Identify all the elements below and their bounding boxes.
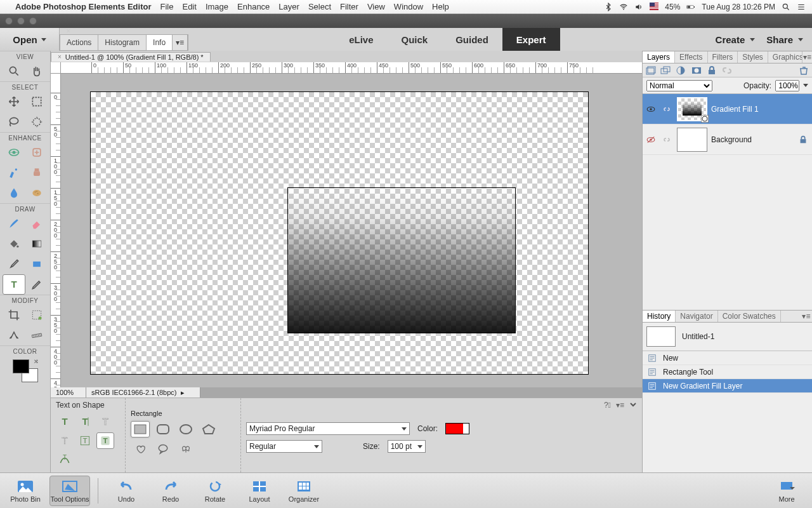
font-size-select[interactable]: 100 pt (388, 440, 426, 453)
visibility-toggle[interactable] (645, 105, 659, 114)
document-tab[interactable]: × Untitled-1 @ 100% (Gradient Fill 1, RG… (51, 52, 211, 62)
chevron-down-icon[interactable] (803, 84, 808, 87)
shape-ellipse[interactable] (176, 421, 195, 438)
panel-menu-icon[interactable]: ▾≡ (616, 401, 624, 410)
horizontal-type-tool[interactable]: T (56, 413, 74, 430)
layer-row[interactable]: Background (643, 124, 812, 155)
shape-tool[interactable] (25, 254, 48, 274)
close-icon[interactable]: ✕ (66, 28, 71, 34)
menu-image[interactable]: Image (206, 2, 228, 11)
tab-info[interactable]: Info (147, 35, 173, 50)
paint-bucket-tool[interactable] (3, 234, 25, 254)
help-icon[interactable]: ?⃝ (604, 401, 611, 410)
close-icon[interactable]: × (58, 53, 62, 60)
spotlight-icon[interactable] (782, 3, 790, 11)
lasso-tool[interactable] (3, 112, 25, 132)
ruler-vertical[interactable]: 050100150200250300350400450 (51, 74, 61, 387)
tab-history[interactable]: History (643, 311, 676, 322)
tab-layers[interactable]: Layers (643, 51, 675, 63)
battery-icon[interactable] (686, 3, 695, 11)
straighten-tool[interactable] (25, 325, 48, 345)
tool-options-button[interactable]: Tool Options (49, 476, 90, 506)
ruler-origin[interactable] (51, 62, 61, 74)
layout-button[interactable]: Layout (239, 476, 280, 506)
zoom-tool[interactable] (3, 61, 25, 81)
pencil-tool[interactable] (25, 274, 48, 295)
history-item[interactable]: New Gradient Fill Layer (643, 379, 812, 393)
volume-icon[interactable] (634, 3, 643, 11)
traffic-min[interactable] (17, 17, 25, 25)
menu-filter[interactable]: Filter (340, 2, 358, 11)
organizer-button[interactable]: Organizer (284, 476, 324, 506)
eyedropper-tool[interactable] (3, 254, 25, 274)
vertical-type-mask-tool[interactable]: T (56, 432, 74, 449)
shape-rounded-rect[interactable] (154, 421, 173, 438)
redeye-tool[interactable] (3, 142, 25, 163)
text-color-swatch[interactable] (445, 423, 469, 434)
clone-stamp-tool[interactable] (25, 163, 48, 183)
smart-brush-tool[interactable] (3, 163, 25, 183)
layer-thumbnail[interactable] (677, 128, 707, 152)
menu-help[interactable]: Help (432, 2, 449, 11)
menu-layer[interactable]: Layer (278, 2, 299, 11)
type-mask-tool[interactable]: T (96, 413, 114, 430)
tab-actions[interactable]: Actions (60, 35, 98, 50)
mode-guided[interactable]: Guided (442, 28, 502, 51)
visibility-toggle[interactable] (645, 135, 659, 144)
menu-extras-icon[interactable] (797, 3, 806, 11)
gradient-tool[interactable] (25, 234, 48, 254)
layer-mask-icon[interactable] (691, 65, 702, 76)
crop-tool[interactable] (3, 305, 25, 325)
recompose-tool[interactable] (25, 305, 48, 325)
type-tool[interactable]: T (3, 274, 25, 295)
tab-graphics[interactable]: Graphics (768, 51, 802, 63)
spot-heal-tool[interactable] (25, 142, 48, 163)
content-aware-move-tool[interactable] (3, 325, 25, 345)
shape-polygon[interactable] (199, 421, 218, 438)
menu-edit[interactable]: Edit (182, 2, 196, 11)
undo-button[interactable]: Undo (106, 476, 147, 506)
eraser-tool[interactable] (25, 213, 48, 234)
tab-navigator[interactable]: Navigator (676, 311, 717, 322)
history-item[interactable]: New (643, 351, 812, 365)
history-item[interactable]: Rectangle Tool (643, 365, 812, 379)
shape-rectangle[interactable] (131, 421, 150, 438)
canvas[interactable] (90, 91, 589, 375)
blur-tool[interactable] (3, 183, 25, 203)
tab-filters[interactable]: Filters (708, 51, 738, 63)
open-button[interactable]: Open (0, 28, 60, 51)
mode-quick[interactable]: Quick (387, 28, 442, 51)
history-snapshot-thumb[interactable] (646, 326, 676, 347)
menu-view[interactable]: View (367, 2, 385, 11)
horizontal-scrollbar[interactable] (200, 387, 642, 398)
delete-layer-icon[interactable] (798, 65, 809, 76)
layer-name[interactable]: Background (711, 135, 794, 144)
shape-talk-bubble[interactable] (154, 441, 173, 458)
shape-heart[interactable] (131, 441, 150, 458)
redo-button[interactable]: Redo (150, 476, 191, 506)
mode-expert[interactable]: Expert (502, 28, 560, 51)
swap-colors-icon[interactable]: ⤭ (34, 358, 39, 364)
tab-histogram[interactable]: Histogram (98, 35, 147, 50)
link-layers-icon[interactable] (721, 65, 733, 76)
vertical-type-tool[interactable]: T (76, 413, 94, 430)
traffic-close[interactable] (5, 17, 13, 25)
traffic-zoom[interactable] (29, 17, 37, 25)
move-tool[interactable] (3, 91, 25, 112)
font-family-select[interactable]: Myriad Pro Regular (246, 422, 410, 435)
panel-menu-icon[interactable]: ▾≡ (801, 311, 812, 322)
menu-file[interactable]: File (160, 2, 174, 11)
quick-selection-tool[interactable] (25, 112, 48, 132)
tab-effects[interactable]: Effects (675, 51, 707, 63)
menu-window[interactable]: Window (394, 2, 423, 11)
sponge-tool[interactable] (25, 183, 48, 203)
new-layer-icon[interactable] (645, 65, 657, 76)
hand-tool[interactable] (25, 61, 48, 81)
collapse-icon[interactable] (629, 401, 637, 410)
blend-mode-select[interactable]: Normal (646, 80, 712, 91)
rotate-button[interactable]: Rotate (195, 476, 235, 506)
wifi-icon[interactable] (619, 3, 628, 11)
lock-layer-icon[interactable] (706, 65, 717, 76)
foreground-color-swatch[interactable] (13, 359, 29, 373)
opacity-input[interactable] (775, 80, 799, 91)
